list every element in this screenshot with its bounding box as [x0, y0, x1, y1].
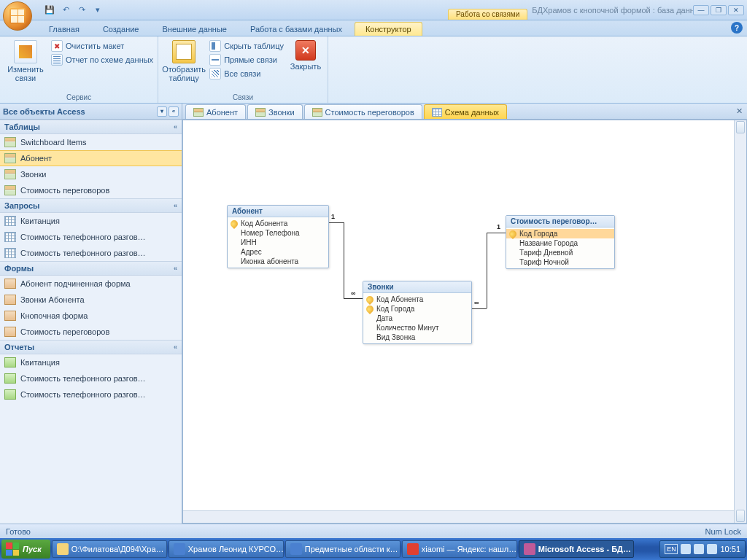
- taskbar-items: O:\Филатова\Д094\Хра…Храмов Леонид КУРСО…: [52, 540, 659, 558]
- nav-item[interactable]: Стоимость переговоров: [0, 324, 182, 340]
- table-field[interactable]: Иконка абонента: [228, 257, 328, 266]
- relation-line: [487, 233, 487, 308]
- relation-line: [344, 222, 344, 298]
- doc-tab[interactable]: Звонки: [247, 104, 303, 119]
- edit-relationships-button[interactable]: Изменить связи: [4, 39, 47, 84]
- doc-tab[interactable]: Стоимость переговоров: [304, 104, 422, 119]
- table-box-cost[interactable]: Стоимость переговор… Код ГородаНазвание …: [506, 215, 615, 269]
- table-title: Стоимость переговор…: [506, 216, 614, 228]
- close-button[interactable]: ✕: [728, 5, 744, 15]
- tab-design[interactable]: Конструктор: [355, 22, 422, 36]
- doc-tab[interactable]: Схема данных: [424, 104, 507, 119]
- clear-layout-button[interactable]: Очистить макет: [51, 40, 153, 52]
- relation-label-one: 1: [331, 213, 335, 220]
- table-field[interactable]: Количество Минут: [363, 323, 471, 332]
- lang-indicator[interactable]: EN: [665, 544, 678, 554]
- nav-item[interactable]: Стоимость телефонного разгов…: [0, 229, 182, 245]
- tray-icon[interactable]: [707, 544, 717, 554]
- taskbar-button[interactable]: Храмов Леонид КУРСО…: [169, 540, 284, 558]
- minimize-button[interactable]: —: [693, 5, 709, 15]
- doc-tab[interactable]: Абонент: [185, 104, 246, 119]
- table-field[interactable]: Код Города: [506, 229, 614, 238]
- taskbar-button[interactable]: O:\Филатова\Д094\Хра…: [52, 540, 167, 558]
- table-field[interactable]: Название Города: [506, 238, 614, 248]
- close-relations-button[interactable]: ✕ Закрыть: [288, 39, 323, 72]
- tray-icon[interactable]: [681, 544, 691, 554]
- nav-group-forms[interactable]: Формы«: [0, 261, 182, 276]
- edit-relationships-icon: [14, 40, 37, 63]
- taskbar-label: xiaomi — Яндекс: нашл…: [422, 545, 516, 553]
- tab-create[interactable]: Создание: [92, 22, 150, 36]
- table-field[interactable]: Номер Телефона: [228, 228, 328, 238]
- table-field[interactable]: Вид Звонка: [363, 332, 471, 342]
- nav-item[interactable]: Стоимость телефонного разгов…: [0, 245, 182, 261]
- undo-icon[interactable]: ↶: [58, 3, 73, 18]
- tables-icon: [4, 169, 16, 179]
- relation-label-one: 1: [497, 223, 500, 230]
- status-bar: Готово Num Lock: [0, 524, 747, 538]
- nav-item[interactable]: Квитанция: [0, 354, 182, 370]
- nav-item[interactable]: Звонки: [0, 166, 182, 182]
- start-button[interactable]: Пуск: [1, 540, 50, 559]
- table-box-abonent[interactable]: Абонент Код АбонентаНомер ТелефонаИННАдр…: [227, 205, 329, 268]
- nav-group-queries[interactable]: Запросы«: [0, 198, 182, 213]
- all-links-button[interactable]: Все связи: [209, 68, 284, 79]
- tab-external[interactable]: Внешние данные: [152, 22, 238, 36]
- restore-button[interactable]: ❐: [711, 5, 727, 15]
- save-icon[interactable]: 💾: [42, 3, 57, 18]
- taskbar-button[interactable]: Microsoft Access - БД…: [519, 540, 634, 558]
- relationships-canvas[interactable]: Абонент Код АбонентаНомер ТелефонаИННАдр…: [182, 120, 747, 524]
- all-links-icon: [209, 68, 221, 79]
- office-button[interactable]: [3, 1, 32, 31]
- nav-item[interactable]: Квитанция: [0, 213, 182, 229]
- tables-icon: [4, 185, 16, 195]
- direct-links-button[interactable]: Прямые связи: [209, 54, 284, 66]
- nav-item-label: Абонент подчиненная форма: [20, 279, 131, 288]
- tab-dbtools[interactable]: Работа с базами данных: [239, 22, 353, 36]
- table-field[interactable]: Дата: [363, 314, 471, 323]
- taskbar-button[interactable]: xiaomi — Яндекс: нашл…: [402, 540, 517, 558]
- nav-item[interactable]: Стоимость переговоров: [0, 182, 182, 198]
- nav-group-tables[interactable]: Таблицы«: [0, 120, 182, 134]
- nav-group-reports[interactable]: Отчеты«: [0, 340, 182, 354]
- nav-collapse-icon[interactable]: «: [169, 106, 179, 117]
- redo-icon[interactable]: ↷: [74, 3, 89, 18]
- tab-home[interactable]: Главная: [38, 22, 90, 36]
- nav-scroll[interactable]: Таблицы«Switchboard ItemsАбонентЗвонкиСт…: [0, 120, 182, 524]
- nav-item[interactable]: Абонент подчиненная форма: [0, 276, 182, 292]
- tray-icon[interactable]: [694, 544, 704, 554]
- nav-item[interactable]: Абонент: [0, 150, 182, 166]
- table-field[interactable]: ИНН: [228, 238, 328, 247]
- scrollbar-vertical[interactable]: [734, 120, 746, 523]
- table-field[interactable]: Адрес: [228, 247, 328, 257]
- table-field[interactable]: Код Абонента: [363, 295, 471, 304]
- relationship-report-button[interactable]: Отчет по схеме данных: [51, 54, 153, 66]
- nav-header[interactable]: Все объекты Access ▾«: [0, 104, 182, 120]
- nav-item[interactable]: Кнопочная форма: [0, 308, 182, 324]
- table-field[interactable]: Тариф Ночной: [506, 257, 614, 267]
- nav-item[interactable]: Стоимость телефонного разгов…: [0, 370, 182, 386]
- taskbar-app-icon: [290, 543, 302, 555]
- document-tabs: АбонентЗвонкиСтоимость переговоровСхема …: [182, 104, 747, 120]
- hide-table-button[interactable]: Скрыть таблицу: [209, 40, 284, 52]
- table-box-calls[interactable]: Звонки Код АбонентаКод ГородаДатаКоличес…: [363, 281, 472, 344]
- nav-dropdown-icon[interactable]: ▾: [157, 106, 167, 117]
- forms-icon: [4, 327, 16, 337]
- scrollbar-horizontal[interactable]: [183, 510, 734, 523]
- nav-item[interactable]: Звонки Абонента: [0, 292, 182, 308]
- nav-item[interactable]: Switchboard Items: [0, 134, 182, 150]
- show-table-button[interactable]: Отобразить таблицу: [163, 39, 205, 84]
- taskbar-button[interactable]: Предметные области к…: [285, 540, 400, 558]
- system-tray[interactable]: EN 10:51: [659, 540, 746, 558]
- close-icon: ✕: [295, 40, 316, 61]
- doc-close-icon[interactable]: ✕: [734, 106, 744, 116]
- qat-more-icon[interactable]: ▾: [90, 3, 105, 18]
- table-field[interactable]: Код Абонента: [228, 219, 328, 228]
- table-field[interactable]: Код Города: [363, 304, 471, 314]
- table-field[interactable]: Тариф Дневной: [506, 248, 614, 257]
- nav-item[interactable]: Стоимость телефонного разгов…: [0, 386, 182, 402]
- tables-icon: [4, 137, 16, 147]
- queries-icon: [4, 216, 16, 226]
- doc-tab-label: Абонент: [206, 108, 238, 117]
- help-icon[interactable]: ?: [731, 22, 743, 34]
